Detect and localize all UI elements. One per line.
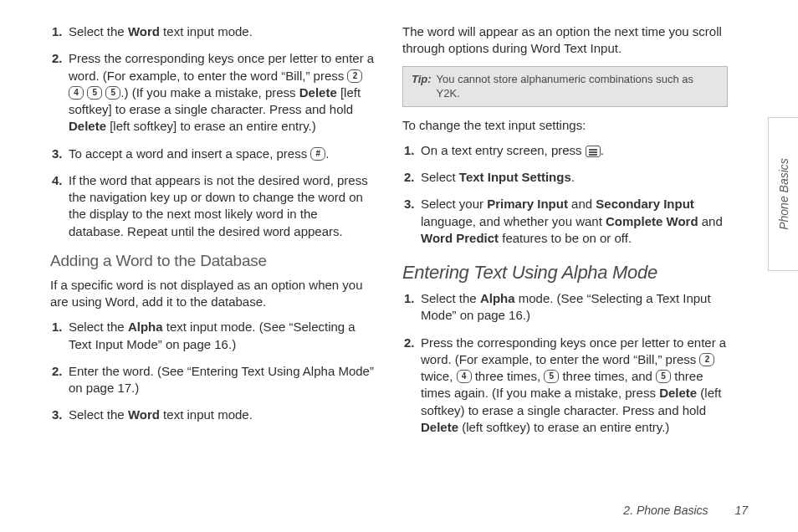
bold-text: Delete: [69, 119, 106, 133]
page-body: 1. Select the Word text input mode. 2. P…: [0, 0, 798, 446]
text-fragment: Select the: [69, 407, 128, 422]
right-column: The word will appear as an option the ne…: [402, 23, 748, 446]
text-fragment: .) (If you make a mistake, press: [120, 85, 299, 100]
text-fragment: and: [698, 214, 723, 228]
bold-text: Secondary Input: [596, 197, 694, 211]
text-fragment: Press the corresponding keys once per le…: [421, 335, 726, 366]
text-fragment: Select the: [421, 291, 480, 305]
list-item: 2. Press the corresponding keys once per…: [69, 50, 376, 135]
bold-text: Text Input Settings: [459, 170, 571, 184]
text-fragment: text input mode.: [160, 407, 253, 422]
text-fragment: Press the corresponding keys once per le…: [69, 51, 374, 82]
side-tab-label: Phone Basics: [777, 158, 790, 230]
section-heading: Entering Text Using Alpha Mode: [402, 262, 728, 284]
key-icon: 2: [699, 353, 714, 366]
list-item: 3. Select the Word text input mode.: [69, 407, 376, 423]
text-fragment: Select: [421, 170, 459, 184]
bold-text: Alpha: [128, 320, 163, 334]
key-icon: #: [310, 147, 325, 161]
text-fragment: Select your: [421, 197, 487, 211]
bold-text: Delete: [421, 420, 458, 434]
text-fragment: Select the: [69, 320, 128, 334]
tip-box: Tip: You cannot store alphanumeric combi…: [402, 66, 728, 107]
list-number: 1.: [404, 142, 415, 159]
list-item: 1. Select the Word text input mode.: [69, 23, 376, 40]
text-fragment: .: [601, 143, 604, 157]
text-fragment: three times,: [472, 369, 545, 383]
alpha-list: 1. Select the Alpha mode. (See “Selectin…: [402, 290, 728, 436]
list-number: 2.: [52, 50, 63, 67]
list-number: 4.: [52, 172, 63, 189]
paragraph: If a specific word is not displayed as a…: [50, 277, 376, 311]
footer-page-number: 17: [734, 504, 748, 517]
text-fragment: three times, and: [559, 369, 656, 383]
text-fragment: text input mode.: [160, 24, 253, 38]
list-item: 1. Select the Alpha mode. (See “Selectin…: [421, 290, 728, 325]
list-number: 2.: [404, 335, 415, 351]
ordered-list-1: 1. Select the Word text input mode. 2. P…: [50, 23, 376, 240]
paragraph: The word will appear as an option the ne…: [402, 23, 728, 58]
list-item: 2. Enter the word. (See “Entering Text U…: [69, 363, 376, 397]
bold-text: Word: [128, 24, 160, 38]
key-icon: 4: [457, 370, 472, 383]
tip-text: You cannot store alphanumeric combinatio…: [437, 72, 719, 101]
text-fragment: Enter the word. (See “Entering Text Usin…: [69, 364, 374, 395]
subheading: Adding a Word to the Database: [50, 252, 376, 270]
text-fragment: .: [325, 146, 329, 161]
list-item: 2. Select Text Input Settings.: [421, 169, 728, 186]
list-number: 2.: [52, 363, 63, 380]
list-number: 2.: [404, 169, 415, 186]
footer-chapter: 2. Phone Basics: [623, 504, 708, 517]
list-item: 4. If the word that appears is not the d…: [69, 172, 376, 240]
text-fragment: To accept a word and insert a space, pre…: [69, 146, 310, 161]
bold-text: Primary Input: [487, 197, 568, 211]
text-fragment: If the word that appears is not the desi…: [69, 173, 368, 238]
bold-text: Delete: [659, 386, 697, 400]
bold-text: Alpha: [480, 291, 515, 305]
bold-text: Complete Word: [606, 214, 698, 228]
list-item: 3. To accept a word and insert a space, …: [69, 146, 376, 162]
left-column: 1. Select the Word text input mode. 2. P…: [50, 23, 376, 446]
key-icon: 5: [87, 86, 102, 100]
text-fragment: .: [571, 170, 575, 184]
tip-label: Tip:: [412, 72, 432, 101]
text-fragment: [left softkey] to erase an entire entry.…: [106, 119, 316, 133]
key-icon: 5: [656, 370, 671, 383]
ordered-list-2: 1. Select the Alpha text input mode. (Se…: [50, 319, 376, 423]
side-tab: Phone Basics: [768, 117, 798, 271]
key-icon: 5: [544, 370, 559, 383]
menu-icon: [586, 146, 601, 157]
key-icon: 5: [105, 86, 120, 100]
bold-text: Delete: [299, 85, 337, 100]
bold-text: Word: [128, 407, 160, 422]
list-number: 1.: [52, 23, 63, 40]
bold-text: Word Predict: [421, 231, 499, 245]
list-item: 3. Select your Primary Input and Seconda…: [421, 196, 728, 247]
list-item: 1. On a text entry screen, press .: [421, 142, 728, 159]
text-fragment: twice,: [421, 369, 457, 383]
list-number: 1.: [52, 319, 63, 335]
text-fragment: features to be on or off.: [499, 231, 632, 245]
text-fragment: (left softkey) to erase an entire entry.…: [458, 420, 669, 434]
text-fragment: On a text entry screen, press: [421, 143, 586, 157]
list-number: 1.: [404, 290, 415, 307]
list-number: 3.: [404, 196, 415, 212]
text-fragment: language, and whether you want: [421, 214, 606, 228]
paragraph: To change the text input settings:: [402, 117, 728, 134]
list-number: 3.: [52, 407, 63, 423]
key-icon: 4: [69, 86, 84, 100]
list-number: 3.: [52, 146, 63, 162]
list-item: 2. Press the corresponding keys once per…: [421, 335, 728, 437]
list-item: 1. Select the Alpha text input mode. (Se…: [69, 319, 376, 353]
key-icon: 2: [347, 69, 362, 83]
settings-list: 1. On a text entry screen, press . 2. Se…: [402, 142, 728, 247]
text-fragment: Select the: [69, 24, 128, 38]
text-fragment: and: [568, 197, 596, 211]
page-footer: 2. Phone Basics 17: [623, 504, 748, 517]
